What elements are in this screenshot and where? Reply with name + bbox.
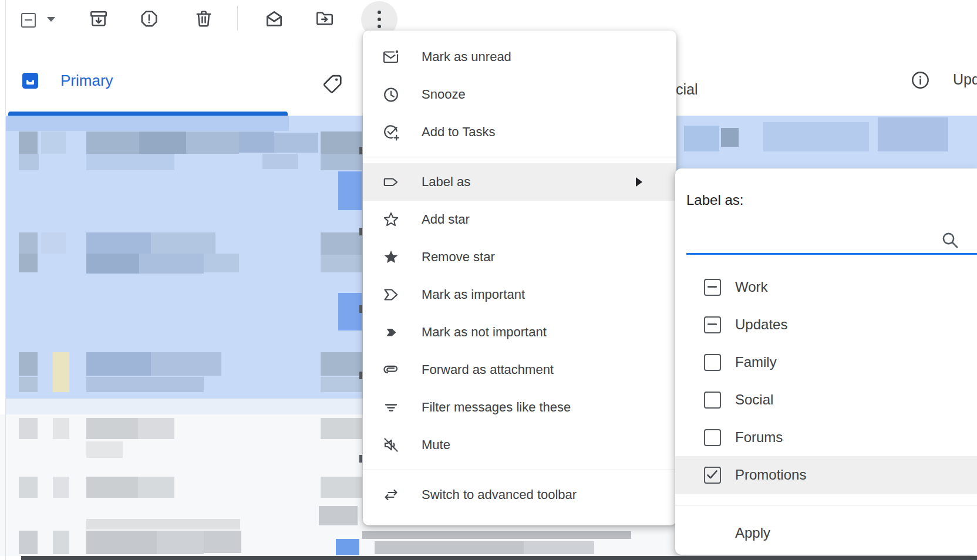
- apply-divider: [675, 505, 977, 505]
- menu-divider: [363, 157, 676, 157]
- primary-inbox-icon: [22, 72, 39, 89]
- selected-tab-indicator: [8, 112, 288, 116]
- checkbox-checked[interactable]: [704, 467, 721, 484]
- label-option-family[interactable]: Family: [675, 343, 977, 381]
- menu-item-mark-as-unread[interactable]: Mark as unread: [363, 38, 676, 76]
- gmail-window: Primary cial Upd Mark as unread: [0, 0, 977, 560]
- select-checkbox[interactable]: [21, 13, 36, 28]
- checkbox-unchecked[interactable]: [704, 392, 721, 409]
- apply-button[interactable]: Apply: [675, 514, 977, 552]
- label-option-promotions[interactable]: Promotions: [675, 456, 977, 494]
- clipped-text-fragment: [359, 228, 362, 235]
- checkmark-icon: [705, 467, 720, 483]
- label-option-work[interactable]: Work: [675, 268, 977, 306]
- label-search-input[interactable]: [686, 217, 924, 247]
- menu-item-filter-messages[interactable]: Filter messages like these: [363, 389, 676, 426]
- menu-item-mark-as-important[interactable]: Mark as important: [363, 276, 676, 313]
- select-dropdown-caret-icon[interactable]: [47, 17, 55, 22]
- label-option-forums[interactable]: Forums: [675, 419, 977, 456]
- more-options-menu: Mark as unread Snooze Add to Tasks Label…: [363, 31, 676, 525]
- label-tag-icon: [382, 173, 400, 191]
- promotions-tag-icon[interactable]: [321, 73, 343, 96]
- star-filled-icon: [382, 248, 400, 266]
- mute-icon: [382, 436, 400, 454]
- important-outline-icon: [382, 286, 400, 303]
- checkbox-indeterminate[interactable]: [704, 279, 721, 296]
- label-option-social[interactable]: Social: [675, 381, 977, 419]
- label-option-updates[interactable]: Updates: [675, 306, 977, 343]
- menu-divider: [363, 470, 676, 470]
- label-as-panel-title: Label as:: [686, 192, 977, 208]
- add-to-tasks-icon: [382, 123, 400, 141]
- menu-item-switch-to-advanced-toolbar[interactable]: Switch to advanced toolbar: [363, 476, 676, 514]
- archive-icon[interactable]: [89, 9, 109, 29]
- checkbox-unchecked[interactable]: [704, 429, 721, 446]
- menu-item-label-as[interactable]: Label as: [363, 163, 676, 201]
- menu-item-snooze[interactable]: Snooze: [363, 76, 676, 113]
- menu-item-add-star[interactable]: Add star: [363, 201, 676, 238]
- menu-item-forward-as-attachment[interactable]: Forward as attachment: [363, 351, 676, 389]
- paperclip-icon: [382, 361, 400, 379]
- info-icon[interactable]: [911, 71, 929, 89]
- delete-trash-icon[interactable]: [194, 9, 214, 29]
- label-as-panel: Label as: Work Updates Family: [675, 168, 977, 555]
- clipped-text-fragment: [359, 455, 362, 463]
- tab-primary[interactable]: Primary: [60, 72, 113, 90]
- window-bottom-edge: [21, 556, 977, 560]
- clipped-text-fragment: [359, 372, 362, 379]
- snooze-clock-icon: [382, 86, 400, 103]
- switch-arrows-icon: [382, 486, 400, 504]
- report-spam-icon[interactable]: [139, 9, 159, 29]
- tab-updates-partial[interactable]: Upd: [953, 71, 977, 88]
- menu-item-add-to-tasks[interactable]: Add to Tasks: [363, 113, 676, 151]
- clipped-text-fragment: [359, 305, 362, 313]
- move-to-folder-icon[interactable]: [315, 9, 335, 29]
- filter-icon: [382, 399, 400, 416]
- submenu-arrow-icon: [636, 177, 642, 187]
- menu-item-remove-star[interactable]: Remove star: [363, 238, 676, 276]
- label-list: Work Updates Family Social Forums: [675, 268, 977, 494]
- mark-unread-icon: [382, 48, 400, 66]
- menu-item-mark-as-not-important[interactable]: Mark as not important: [363, 313, 676, 351]
- clipped-text-fragment: [359, 147, 362, 154]
- tab-social-partial[interactable]: cial: [676, 81, 698, 98]
- search-icon: [941, 231, 959, 249]
- label-search-row: [686, 208, 977, 255]
- star-outline-icon: [382, 211, 400, 228]
- checkbox-indeterminate[interactable]: [704, 316, 721, 333]
- window-left-border: [5, 0, 6, 560]
- checkbox-unchecked[interactable]: [704, 354, 721, 371]
- important-filled-icon: [382, 323, 400, 341]
- menu-item-mute[interactable]: Mute: [363, 426, 676, 464]
- toolbar-divider: [237, 6, 238, 31]
- mark-as-read-icon[interactable]: [264, 9, 284, 29]
